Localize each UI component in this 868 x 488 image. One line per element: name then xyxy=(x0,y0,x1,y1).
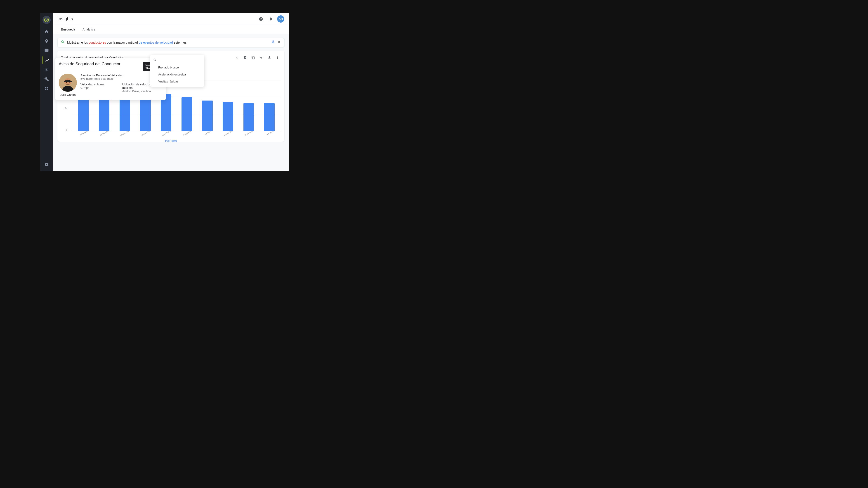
x-axis-label: driver_name xyxy=(164,140,177,142)
header-actions: AH xyxy=(257,15,284,23)
svg-point-6 xyxy=(69,82,70,83)
chart-download-button[interactable] xyxy=(266,55,273,61)
svg-point-0 xyxy=(44,18,49,22)
suggestion-item-1[interactable]: Frenado brusco xyxy=(150,64,204,71)
sidebar-item-analytics[interactable] xyxy=(42,56,51,64)
driver-speed-value: 97mph xyxy=(81,86,121,90)
user-avatar[interactable]: AH xyxy=(277,15,284,23)
chart-copy-button[interactable] xyxy=(250,55,256,61)
microphone-button[interactable] xyxy=(271,40,275,45)
header: Insights AH xyxy=(53,13,289,25)
driver-speed-label: Velocidad máxima xyxy=(81,83,121,86)
suggestion-item-2[interactable]: Aceleración excesiva xyxy=(150,71,204,78)
bar-jeff[interactable] xyxy=(260,64,279,131)
search-query: Muéstrame los conductores con la mayor c… xyxy=(67,40,271,45)
dropdown-search-icon xyxy=(153,58,156,62)
clear-search-button[interactable] xyxy=(277,40,281,45)
y-label-0: 0 xyxy=(66,129,69,131)
x-label-andrew: Andrew Smith xyxy=(220,131,237,138)
chart-table-view-button[interactable] xyxy=(242,55,248,61)
dropdown-search-row xyxy=(150,57,204,64)
sidebar-item-grid[interactable] xyxy=(42,85,51,93)
driver-location-value: Avalon Drive, Pacifica xyxy=(122,90,162,93)
bar-steve-fill xyxy=(243,103,254,131)
x-label-wayne: Wayne Heath xyxy=(116,131,134,138)
sidebar-item-home[interactable] xyxy=(42,28,51,36)
bar-jeff-fill xyxy=(264,103,275,131)
sidebar-item-reports[interactable] xyxy=(42,66,51,74)
tabs-bar: Búsqueda Analytics xyxy=(53,25,289,34)
x-label-steve: Steve Ross xyxy=(240,131,258,138)
tab-busqueda[interactable]: Búsqueda xyxy=(57,25,79,34)
x-label-craig: Craig Byford xyxy=(178,131,196,138)
sidebar-item-settings[interactable] xyxy=(42,160,51,168)
driver-speed-group: Velocidad máxima 97mph xyxy=(81,83,121,93)
driver-avatar xyxy=(59,74,77,92)
svg-point-5 xyxy=(66,82,67,83)
search-bar[interactable]: Muéstrame los conductores con la mayor c… xyxy=(57,38,284,47)
bar-allan-fill xyxy=(202,101,213,131)
svg-rect-4 xyxy=(64,81,72,82)
suggestions-dropdown: Frenado brusco Aceleración excesiva Vuel… xyxy=(150,55,204,87)
driver-avatar-col: Julio García xyxy=(59,74,77,96)
bar-andrew[interactable] xyxy=(218,64,238,131)
chart-toolbar xyxy=(234,55,281,61)
driver-name: Julio García xyxy=(60,93,75,96)
tab-analytics[interactable]: Analytics xyxy=(79,25,99,34)
x-label-aaron: Aaron Garder xyxy=(158,131,175,138)
content-area: Muéstrame los conductores con la mayor c… xyxy=(53,34,289,171)
driver-safety-card: Aviso de Seguridad del Conductor EXCESO … xyxy=(55,58,166,100)
chart-bar-view-button[interactable] xyxy=(234,55,240,61)
x-label-tod: Tod Dawson xyxy=(75,131,93,138)
x-label-jim: Jim Haarman xyxy=(96,131,113,138)
x-label-allan: Allan Dixon xyxy=(199,131,217,138)
sidebar-item-tools[interactable] xyxy=(42,75,51,83)
driver-card-title: Aviso de Seguridad del Conductor xyxy=(59,62,143,66)
sidebar xyxy=(40,13,53,171)
driver-card-body: Julio García Eventos de Exceso de Veloci… xyxy=(59,74,162,96)
app-container: Insights AH Búsqueda xyxy=(40,13,289,171)
suggestion-item-3[interactable]: Vueltas rápidas xyxy=(150,78,204,85)
search-icon xyxy=(61,40,65,45)
sidebar-logo[interactable] xyxy=(42,16,51,24)
notification-button[interactable] xyxy=(267,15,274,23)
x-label-callan: Callan Fraser xyxy=(137,131,155,138)
sidebar-item-tracking[interactable] xyxy=(42,37,51,45)
bar-steve[interactable] xyxy=(239,64,258,131)
search-actions xyxy=(271,40,281,45)
chart-filter-button[interactable] xyxy=(258,55,265,61)
bar-craig-fill xyxy=(182,97,192,131)
sidebar-item-messages[interactable] xyxy=(42,46,51,55)
page-title: Insights xyxy=(57,16,257,22)
help-button[interactable] xyxy=(257,15,265,23)
main-content: Insights AH Búsqueda xyxy=(53,13,289,171)
driver-card-header: Aviso de Seguridad del Conductor EXCESO … xyxy=(59,62,162,71)
chart-more-button[interactable] xyxy=(274,55,281,61)
y-label-5k: 5K xyxy=(65,107,69,109)
x-label-jeff: Jeff Meek xyxy=(261,131,278,138)
bar-andrew-fill xyxy=(223,102,233,131)
